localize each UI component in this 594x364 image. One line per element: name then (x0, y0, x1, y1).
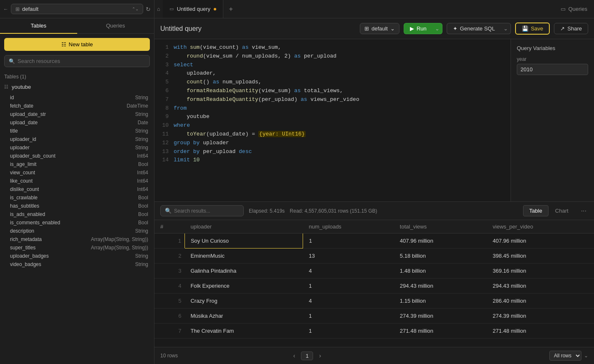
field-name: like_count (10, 178, 33, 184)
sidebar-tabs: Tables Queries (0, 18, 154, 34)
line-code[interactable]: round(view_sum / num_uploads, 2) as per_… (174, 52, 336, 61)
db-selector[interactable]: ⊞ default ⌃⌄ (11, 4, 143, 14)
field-name: video_badges (10, 261, 41, 267)
column-header[interactable]: total_views (394, 220, 487, 233)
share-button[interactable]: ↗ Share (554, 23, 588, 34)
row-number-cell: 3 (154, 264, 185, 279)
data-cell: 294.43 million (487, 279, 594, 294)
code-line: 10where (154, 121, 511, 130)
field-type: Int64 (137, 170, 148, 176)
db-badge[interactable]: ⊞ default ⌄ (360, 23, 399, 34)
line-number: 2 (160, 52, 169, 61)
more-options-button[interactable]: ··· (579, 207, 588, 215)
line-code[interactable]: where (174, 121, 190, 130)
line-number: 11 (160, 130, 169, 139)
save-button[interactable]: 💾 Save (515, 23, 550, 35)
youtube-table-item[interactable]: ☷ youtube (0, 81, 154, 93)
line-code[interactable]: count() as num_uploads, (174, 78, 262, 87)
line-code[interactable]: from (174, 104, 187, 113)
field-name: is_comments_enabled (10, 220, 60, 226)
run-arrow-button[interactable]: ⌄ (432, 23, 442, 34)
sidebar-tab-tables[interactable]: Tables (0, 18, 77, 34)
tab-unsaved-dot (214, 8, 216, 10)
field-type: Date (138, 120, 148, 126)
chart-view-button[interactable]: Chart (549, 205, 574, 216)
column-header[interactable]: num_uploads (303, 220, 394, 233)
add-tab-button[interactable]: + (223, 0, 238, 18)
var-name-label: year (517, 56, 588, 62)
query-variables-panel: Query Variables year (511, 39, 594, 201)
column-header[interactable]: views_per_video (487, 220, 594, 233)
line-code[interactable]: with sum(view_count) as view_sum, (174, 43, 281, 52)
table-view-button[interactable]: Table (523, 205, 549, 216)
search-box: 🔍 (4, 55, 150, 67)
search-icon: 🔍 (9, 58, 15, 64)
schema-field-row: is_age_limitBool (0, 160, 154, 168)
line-number: 10 (160, 121, 169, 130)
results-search-icon: 🔍 (165, 208, 172, 214)
elapsed-label: Elapsed: 5.419s (249, 208, 285, 214)
column-header[interactable]: # (154, 220, 185, 233)
home-button[interactable]: ⌂ (154, 3, 163, 15)
field-type: Bool (138, 220, 148, 226)
top-bar: ← ⊞ default ⌃⌄ ↻ ⌂ ▭ Untitled query + ▭ … (0, 0, 594, 18)
code-line: 13order by per_upload desc (154, 148, 511, 156)
refresh-button[interactable]: ↻ (146, 6, 151, 13)
line-code[interactable]: formatReadableQuantity(view_sum) as tota… (174, 87, 343, 95)
line-number: 9 (160, 113, 169, 121)
new-table-icon: ☷ (61, 41, 66, 48)
generate-arrow-button[interactable]: ⌄ (501, 23, 511, 34)
share-label: Share (567, 25, 582, 32)
line-code[interactable]: group by uploader (174, 139, 229, 148)
data-cell: 398.45 million (487, 249, 594, 264)
tables-section-label: Tables (1) (0, 71, 154, 81)
pagination-bar: 10 rows ‹ 1 › All rows 25 rows 50 rows ⌄ (154, 347, 594, 364)
search-input[interactable] (18, 58, 145, 64)
generate-sql-button[interactable]: ✦ Generate SQL (447, 23, 501, 34)
sql-editor[interactable]: 1with sum(view_count) as view_sum,2 roun… (154, 39, 511, 201)
line-code[interactable]: uploader, (174, 69, 216, 78)
generate-group: ✦ Generate SQL ⌄ (447, 23, 511, 34)
rows-per-page-select[interactable]: All rows 25 rows 50 rows (549, 351, 581, 361)
results-search-input[interactable] (174, 208, 239, 214)
field-type: Array(Map(String, String)) (91, 245, 148, 251)
field-type: Bool (138, 203, 148, 209)
prev-page-button[interactable]: ‹ (291, 351, 298, 360)
line-code[interactable]: formatReadableQuantity(per_upload) as vi… (174, 95, 359, 104)
data-cell: 1 (303, 233, 394, 249)
table-row: 3Galinha Pintadinha41.48 billion369.16 m… (154, 264, 594, 279)
line-number: 6 (160, 87, 169, 95)
new-table-button[interactable]: ☷ New table (4, 38, 150, 51)
data-cell: 294.43 million (394, 279, 487, 294)
db-icon: ⊞ (15, 6, 20, 12)
column-header[interactable]: uploader (185, 220, 303, 233)
page-navigation: ‹ 1 › (291, 351, 324, 360)
data-cell: EminemMusic (185, 249, 303, 264)
run-button[interactable]: ▶ Run (404, 23, 432, 34)
current-page: 1 (301, 351, 313, 360)
field-name: view_count (10, 170, 35, 176)
field-name: is_crawlable (10, 195, 38, 201)
next-page-button[interactable]: › (316, 351, 324, 360)
line-code[interactable]: select (174, 61, 193, 70)
field-type: String (135, 253, 148, 259)
db-name: default (22, 6, 129, 12)
data-cell: Soy Un Curioso (185, 233, 303, 249)
field-type: Int64 (137, 178, 148, 184)
rows-per-page-selector: All rows 25 rows 50 rows ⌄ (549, 351, 588, 361)
line-code[interactable]: order by per_upload desc (174, 148, 252, 156)
sidebar-tab-queries[interactable]: Queries (77, 18, 154, 33)
schema-field-row: uploader_idString (0, 135, 154, 143)
code-line: 5 count() as num_uploads, (154, 78, 511, 87)
query-tab[interactable]: ▭ Untitled query (163, 0, 223, 18)
queries-button[interactable]: ▭ Queries (561, 6, 587, 12)
row-number-cell: 1 (154, 233, 185, 249)
line-code[interactable]: toYear(upload_date) = {year: UInt16} (174, 130, 306, 139)
row-number-cell: 5 (154, 294, 185, 309)
back-icon[interactable]: ← (3, 6, 8, 12)
line-code[interactable]: youtube (174, 113, 210, 121)
data-cell: 369.16 million (487, 264, 594, 279)
row-number-cell: 6 (154, 309, 185, 324)
line-code[interactable]: limit 10 (174, 156, 200, 165)
var-value-input[interactable] (517, 64, 588, 75)
